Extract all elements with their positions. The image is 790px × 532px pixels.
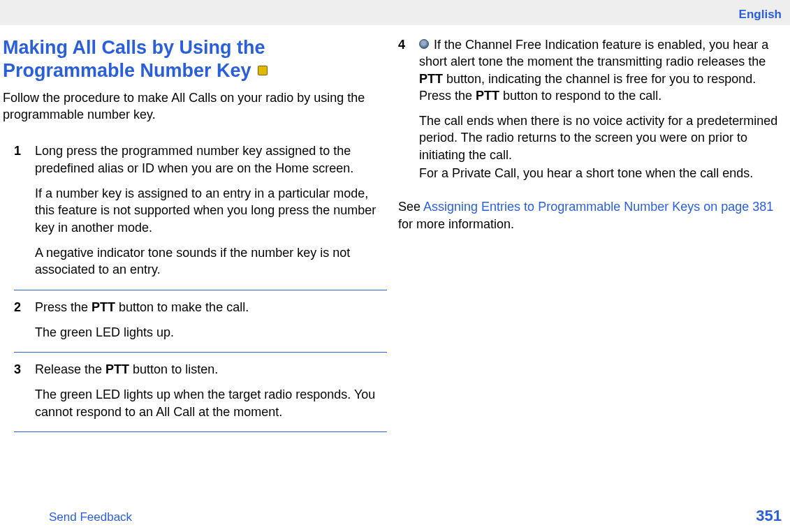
header-bar: English <box>0 0 790 25</box>
right-column: 4 If the Channel Free Indication feature… <box>394 36 785 434</box>
ptt-label: PTT <box>92 300 115 314</box>
step-1-p2: If a number key is assigned to an entry … <box>35 185 387 236</box>
step-2-number: 2 <box>14 299 35 341</box>
step-3-body: Release the PTT button to listen. The gr… <box>35 361 387 420</box>
step-4-p2a: The call ends when there is no voice act… <box>419 112 781 163</box>
cross-reference-link[interactable]: Assigning Entries to Programmable Number… <box>423 200 773 214</box>
step-divider <box>14 290 387 290</box>
number-key-icon <box>258 66 268 75</box>
ptt-label: PTT <box>476 89 499 103</box>
page-number: 351 <box>756 505 782 526</box>
left-column: Making All Calls by Using the Programmab… <box>3 36 394 434</box>
title-line-2: Programmable Number Key <box>3 60 256 81</box>
title-line-1: Making All Calls by Using the <box>3 37 265 58</box>
globe-icon <box>419 39 429 49</box>
step-4-p2b: For a Private Call, you hear a short ton… <box>419 165 781 182</box>
page-title: Making All Calls by Using the Programmab… <box>3 36 387 82</box>
step-2-p2: The green LED lights up. <box>35 324 387 341</box>
language-label: English <box>739 8 782 21</box>
step-3: 3 Release the PTT button to listen. The … <box>3 354 387 430</box>
content-area: Making All Calls by Using the Programmab… <box>0 25 790 434</box>
send-feedback-link[interactable]: Send Feedback <box>49 510 132 526</box>
step-2-p1: Press the PTT button to make the call. <box>35 299 387 316</box>
step-1-p1: Long press the programmed number key ass… <box>35 142 387 177</box>
step-divider <box>14 431 387 432</box>
step-2: 2 Press the PTT button to make the call.… <box>3 292 387 351</box>
step-4: 4 If the Channel Free Indication feature… <box>398 36 781 191</box>
intro-text: Follow the procedure to make All Calls o… <box>3 89 387 124</box>
see-also: See Assigning Entries to Programmable Nu… <box>398 198 781 232</box>
step-4-body: If the Channel Free Indication feature i… <box>419 36 781 182</box>
step-1: 1 Long press the programmed number key a… <box>3 135 387 288</box>
step-divider <box>14 352 387 353</box>
step-3-number: 3 <box>14 361 35 420</box>
step-4-p1: If the Channel Free Indication feature i… <box>419 36 781 104</box>
step-3-p1: Release the PTT button to listen. <box>35 361 387 378</box>
footer: Send Feedback 351 <box>0 505 790 526</box>
ptt-label: PTT <box>105 362 129 376</box>
step-1-body: Long press the programmed number key ass… <box>35 142 387 278</box>
step-3-p2: The green LED lights up when the target … <box>35 386 387 420</box>
step-2-body: Press the PTT button to make the call. T… <box>35 299 387 341</box>
ptt-label: PTT <box>419 72 443 86</box>
step-1-p3: A negative indicator tone sounds if the … <box>35 244 387 279</box>
step-4-number: 4 <box>398 36 419 182</box>
step-1-number: 1 <box>14 142 35 278</box>
